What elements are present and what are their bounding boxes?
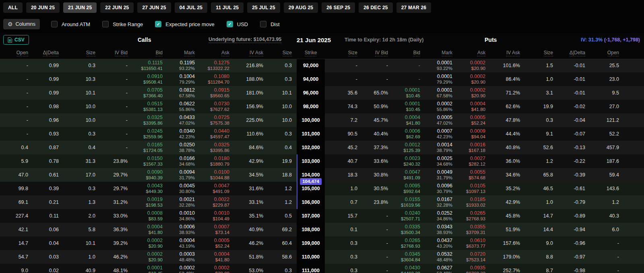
col-header-size[interactable]: Size (64, 47, 100, 59)
call-ask-cell[interactable]: 0.0730$7627.62 (200, 100, 234, 113)
call-bid-cell[interactable]: 0.0910$9508.41 (132, 72, 167, 86)
put-bid-cell[interactable]: 0.0240$2507.71 (393, 209, 425, 223)
underlying-future-label[interactable]: Underlying future: $104,473.95 (208, 37, 281, 43)
put-bid-cell[interactable]: - (393, 72, 425, 86)
call-bid-cell[interactable]: 0.0090$940.39 (132, 168, 167, 182)
col-header-open[interactable]: Open (0, 47, 33, 59)
call-bid-cell[interactable]: 0.0515$5381.13 (132, 100, 167, 113)
put-ask-cell[interactable]: 0.0265$2768.93 (457, 209, 490, 223)
checkbox-dist[interactable]: Dist (260, 21, 279, 27)
expiry-tab-25-jul-25[interactable]: 25 JUL 25 (247, 2, 280, 13)
call-ask-cell[interactable]: 0.0100$1044.88 (200, 168, 234, 182)
col-header-ask[interactable]: Ask (457, 47, 490, 59)
expiry-tab-27-jun-25[interactable]: 27 JUN 25 (137, 2, 171, 13)
expiry-tab-04-jul-25[interactable]: 04 JUL 25 (175, 2, 208, 13)
call-ask-cell[interactable]: 0.1275$13322.22 (200, 59, 234, 72)
call-ask-cell[interactable]: 0.0022$229.87 (200, 195, 234, 209)
put-ask-cell[interactable]: 0.0105$1097.13 (457, 182, 490, 195)
checkbox-around-atm[interactable]: Around ATM (51, 21, 90, 27)
checkbox-box[interactable] (260, 21, 266, 27)
expiry-tab-all[interactable]: ALL (3, 2, 23, 13)
col-header-mark[interactable]: Mark (167, 47, 200, 59)
col-header-ask[interactable]: Ask (200, 47, 234, 59)
put-ask-cell[interactable]: 0.0009$94.04 (457, 127, 490, 141)
put-ask-cell[interactable]: 0.0935$9768.32 (457, 264, 490, 273)
call-ask-cell[interactable]: 0.0010$104.49 (200, 209, 234, 223)
put-ask-cell[interactable]: 0.0610$6373.77 (457, 236, 490, 250)
call-bid-cell[interactable]: 0.0002$20.90 (132, 236, 167, 250)
call-ask-cell[interactable]: 0.1080$11284.70 (200, 72, 234, 86)
checkbox-usd[interactable]: ✓USD (227, 21, 248, 27)
put-ask-cell[interactable]: 0.0720$7523.14 (457, 250, 490, 264)
columns-button[interactable]: ⚙ Columns (3, 19, 40, 29)
col-header-iv-bid[interactable]: IV Bid (362, 47, 393, 59)
put-bid-cell[interactable]: 0.0023$240.32 (393, 154, 425, 168)
call-bid-cell[interactable]: 0.1115$11650.41 (132, 59, 167, 72)
checkbox-checked-icon[interactable]: ✓ (155, 21, 161, 27)
col-header-delta[interactable]: Δ|Delta (558, 47, 590, 59)
csv-button[interactable]: CSV (3, 35, 29, 45)
put-bid-cell[interactable]: 0.0047$491.09 (393, 168, 425, 182)
expiry-tab-11-jul-25[interactable]: 11 JUL 25 (211, 2, 244, 13)
put-bid-cell[interactable]: 0.0430$4492.38 (393, 264, 425, 273)
call-bid-cell[interactable]: 0.0001$10.45 (132, 264, 167, 273)
call-ask-cell[interactable]: 0.0725$7575.38 (200, 113, 234, 127)
call-ask-cell[interactable]: 0.0004$41.80 (200, 250, 234, 264)
put-ask-cell[interactable]: 0.0016$167.18 (457, 141, 490, 154)
expiry-tab-26-sep-25[interactable]: 26 SEP 25 (322, 2, 355, 13)
call-bid-cell[interactable]: 0.0325$3395.86 (132, 113, 167, 127)
col-header-mark[interactable]: Mark (425, 47, 457, 59)
call-ask-cell[interactable]: 0.0325$3395.86 (200, 141, 234, 154)
checkbox-checked-icon[interactable]: ✓ (227, 21, 233, 27)
put-bid-cell[interactable]: 0.0012$125.39 (393, 141, 425, 154)
expiry-tab-21-jun-25[interactable]: 21 JUN 25 (63, 2, 97, 13)
put-ask-cell[interactable]: 0.0005$52.24 (457, 113, 490, 127)
put-bid-cell[interactable]: 0.0006$62.69 (393, 127, 425, 141)
call-ask-cell[interactable]: 0.0915$9560.65 (200, 86, 234, 100)
put-bid-cell[interactable]: 0.0004$41.80 (393, 113, 425, 127)
call-ask-cell[interactable]: 0.0005$52.24 (200, 236, 234, 250)
expiry-tab-20-jun-25[interactable]: 20 JUN 25 (26, 2, 60, 13)
col-header-size[interactable]: Size (268, 47, 297, 59)
col-header-bid[interactable]: Bid (132, 47, 167, 59)
put-bid-cell[interactable]: 0.0001$10.45 (393, 86, 425, 100)
call-bid-cell[interactable]: 0.0245$2559.96 (132, 127, 167, 141)
call-bid-cell[interactable]: 0.0165$1724.05 (132, 141, 167, 154)
col-header-size[interactable]: Size (525, 47, 558, 59)
put-ask-cell[interactable]: 0.0002$20.90 (457, 59, 490, 72)
col-header-iv-bid[interactable]: IV Bid (100, 47, 132, 59)
col-header-delta[interactable]: Δ|Delta (33, 47, 64, 59)
put-ask-cell[interactable]: 0.0355$3709.31 (457, 223, 490, 236)
call-ask-cell[interactable]: 0.0007$73.14 (200, 223, 234, 236)
col-header-bid[interactable]: Bid (393, 47, 425, 59)
call-bid-cell[interactable]: 0.0008$83.59 (132, 209, 167, 223)
put-ask-cell[interactable]: 0.0027$282.12 (457, 154, 490, 168)
put-ask-cell[interactable]: 0.0185$1933.02 (457, 195, 490, 209)
col-header-size[interactable]: Size (325, 47, 362, 59)
call-bid-cell[interactable]: 0.0019$198.53 (132, 195, 167, 209)
put-bid-cell[interactable]: 0.0095$992.64 (393, 182, 425, 195)
call-ask-cell[interactable]: 0.0002$20.90 (200, 264, 234, 273)
expiry-tab-29-aug-25[interactable]: 29 AUG 25 (284, 2, 318, 13)
call-bid-cell[interactable]: 0.0043$449.30 (132, 182, 167, 195)
checkbox-box[interactable] (102, 21, 109, 27)
put-ask-cell[interactable]: 0.0002$20.90 (457, 72, 490, 86)
call-ask-cell[interactable]: 0.0440$4597.47 (200, 127, 234, 141)
put-ask-cell[interactable]: 0.0004$41.80 (457, 100, 490, 113)
call-bid-cell[interactable]: 0.0004$41.80 (132, 223, 167, 236)
checkbox-expected-price-move[interactable]: ✓Expected price move (155, 21, 214, 27)
call-ask-cell[interactable]: 0.0180$1880.79 (200, 154, 234, 168)
expiry-tab-22-jun-25[interactable]: 22 JUN 25 (100, 2, 134, 13)
checkbox-box[interactable] (51, 21, 58, 27)
call-ask-cell[interactable]: 0.0047$491.09 (200, 182, 234, 195)
checkbox-strike-range[interactable]: Strike Range (102, 21, 143, 27)
call-bid-cell[interactable]: 0.0705$7366.40 (132, 86, 167, 100)
put-ask-cell[interactable]: 0.0002$20.90 (457, 86, 490, 100)
expiry-tab-27-mar-26[interactable]: 27 MAR 26 (396, 2, 431, 13)
put-bid-cell[interactable]: 0.0155$1619.56 (393, 195, 425, 209)
col-header-iv-ask[interactable]: IV Ask (234, 47, 268, 59)
put-bid-cell[interactable]: - (393, 59, 425, 72)
expiry-tab-26-dec-25[interactable]: 26 DEC 25 (359, 2, 393, 13)
call-bid-cell[interactable]: 0.0150$1567.33 (132, 154, 167, 168)
col-header-iv-ask[interactable]: IV Ask (490, 47, 525, 59)
